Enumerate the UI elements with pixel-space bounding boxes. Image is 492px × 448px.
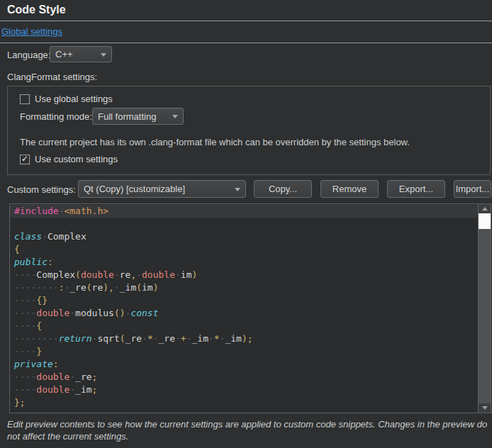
code-line[interactable]: #include·<math.h> <box>10 205 478 218</box>
code-token-pun: ( <box>86 282 92 293</box>
code-token-kw: return <box>59 333 92 344</box>
code-token-pun: ( <box>75 269 81 280</box>
code-token-ws: · <box>153 333 159 344</box>
code-token-ws: · <box>114 282 120 293</box>
code-token-pun: ), <box>103 282 114 293</box>
code-token-id: im <box>142 282 153 293</box>
clangformat-settings-label: ClangFormat settings: <box>7 72 97 82</box>
code-token-ws: · <box>175 269 181 280</box>
custom-settings-combobox[interactable]: Qt (Copy) [customizable] <box>78 180 246 198</box>
code-token-ws: ···· <box>14 308 36 318</box>
code-token-kw: const <box>130 308 158 318</box>
code-token-ws: ···· <box>14 346 36 357</box>
language-combobox[interactable]: C++ <box>50 46 112 62</box>
checkbox-icon[interactable]: ✓ <box>20 155 30 164</box>
export-button[interactable]: Export... <box>387 180 445 198</box>
scroll-up-button[interactable] <box>479 204 491 213</box>
code-line[interactable]: }; <box>10 396 478 409</box>
code-line[interactable]: ····{ <box>10 320 478 332</box>
code-token-ws: · <box>69 384 75 395</box>
language-combobox-value: C++ <box>55 49 73 60</box>
formatting-mode-label: Formatting mode: <box>20 111 92 122</box>
remove-button[interactable]: Remove <box>320 180 379 198</box>
use-custom-settings-checkbox[interactable]: ✓ Use custom settings <box>20 154 118 164</box>
checkbox-icon[interactable]: ✓ <box>20 94 30 104</box>
code-token-ws: ···· <box>14 371 36 382</box>
code-line[interactable]: class·Complex <box>10 230 478 243</box>
code-line[interactable]: public: <box>10 256 478 269</box>
code-line[interactable]: ····double·modulus()·const <box>10 307 478 320</box>
code-token-id: _re <box>69 282 86 293</box>
code-token-id: re <box>120 269 131 280</box>
code-token-ws: ········ <box>14 282 59 293</box>
code-line[interactable]: ········:·_re(re),·_im(im) <box>10 281 478 294</box>
code-token-pun: * <box>147 333 153 344</box>
code-token-str: <math.h> <box>64 206 108 216</box>
code-line[interactable]: ····double·_im; <box>10 383 478 396</box>
chevron-down-icon <box>172 115 178 118</box>
formatting-mode-combobox[interactable]: Full formatting <box>92 108 184 125</box>
code-token-id: _re <box>75 371 91 382</box>
editor-scrollbar[interactable] <box>478 204 491 413</box>
code-token-pun: }; <box>14 397 26 408</box>
code-token-pun: ); <box>242 333 253 344</box>
page-title: Code Style <box>7 4 66 16</box>
custom-settings-label: Custom settings: <box>7 184 76 195</box>
code-line[interactable]: private: <box>10 358 478 371</box>
copy-button[interactable]: Copy... <box>254 180 312 198</box>
code-token-pun: { <box>14 244 20 254</box>
code-token-ws: ···· <box>14 269 36 280</box>
code-line[interactable]: ····} <box>10 345 478 358</box>
code-token-pun: ; <box>92 384 98 395</box>
code-token-id: _im <box>120 282 136 293</box>
code-token-pun: + <box>181 333 186 344</box>
import-button[interactable]: Import... <box>454 180 491 198</box>
code-token-pun: : <box>47 257 53 267</box>
code-token-id: im <box>181 269 192 280</box>
code-token-ws: ···· <box>14 320 36 331</box>
chevron-down-icon <box>235 188 240 191</box>
code-line[interactable]: ····{} <box>10 294 478 307</box>
code-token-ws: ···· <box>14 295 36 306</box>
code-line[interactable]: ····Complex(double·re,·double·im) <box>10 269 478 281</box>
code-token-ws: · <box>69 371 75 382</box>
global-settings-link[interactable]: Global settings <box>1 26 62 37</box>
code-token-ws: · <box>186 333 192 344</box>
code-token-id: _im <box>225 333 241 344</box>
code-token-id: _im <box>192 333 208 344</box>
code-token-pun: { <box>36 320 42 331</box>
code-token-id: _im <box>75 384 91 395</box>
code-token-ws: · <box>142 333 147 344</box>
code-token-id: modulus <box>75 308 114 318</box>
use-global-settings-checkbox[interactable]: ✓ Use global settings <box>20 94 113 104</box>
code-line[interactable]: ····double·_re; <box>10 371 478 383</box>
code-token-pun: {} <box>36 295 47 306</box>
code-token-ws: · <box>69 308 75 318</box>
code-token-pun: : <box>53 359 59 369</box>
code-preview-editor[interactable]: #include·<math.h>class·Complex{public:··… <box>9 203 491 413</box>
code-token-id: Complex <box>47 231 86 242</box>
code-token-pun: } <box>36 346 42 357</box>
language-label: Language: <box>7 50 50 60</box>
code-token-ws: ···· <box>14 384 36 395</box>
code-token-ws: · <box>42 231 47 242</box>
clang-format-file-note: The current project has its own .clang-f… <box>20 137 410 147</box>
code-token-ws: · <box>136 269 142 280</box>
code-token-pun: ) <box>153 282 159 293</box>
code-token-ws: ········ <box>14 333 59 344</box>
code-line[interactable]: ········return·sqrt(_re·*·_re·+·_im·*·_i… <box>10 332 478 345</box>
code-token-id: _re <box>159 333 175 344</box>
code-token-id: Complex <box>36 269 75 280</box>
code-token-id: _re <box>125 333 142 344</box>
use-global-settings-label: Use global settings <box>35 94 113 104</box>
preview-help-text: Edit preview contents to see how the cur… <box>7 418 488 442</box>
code-line[interactable]: { <box>10 243 478 256</box>
code-token-pun: ; <box>92 371 98 382</box>
code-token-type: double <box>81 269 114 280</box>
scrollbar-thumb[interactable] <box>479 213 491 229</box>
code-editor-content[interactable]: #include·<math.h>class·Complex{public:··… <box>10 204 478 413</box>
code-line[interactable] <box>10 218 478 230</box>
use-custom-settings-label: Use custom settings <box>35 154 118 164</box>
code-token-pun: () <box>114 308 125 318</box>
scroll-down-button[interactable] <box>479 403 491 413</box>
